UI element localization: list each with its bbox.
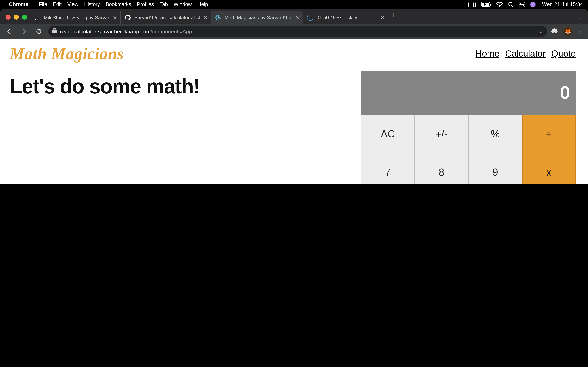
page-viewport: Math Magicians Home Calculator Quote Let…	[0, 39, 588, 184]
nav-calculator[interactable]: Calculator	[505, 48, 545, 59]
menu-help[interactable]: Help	[198, 2, 208, 7]
svg-point-4	[499, 6, 500, 7]
menu-window[interactable]: Window	[173, 2, 192, 7]
clockify-favicon-icon	[307, 15, 313, 21]
tab-close-icon[interactable]: ✕	[296, 15, 300, 20]
tab-title: Math Magicians by Sarvar Khal	[225, 15, 292, 20]
key-divide[interactable]: ÷	[522, 115, 576, 153]
tab-title: SarvarKh/react-calculator at st	[134, 15, 200, 20]
react-favicon-icon	[215, 15, 221, 21]
menu-bookmarks[interactable]: Bookmarks	[105, 2, 131, 7]
svg-rect-0	[468, 2, 473, 7]
browser-toolbar: react-calculator-sarvar.herokuapp.com/co…	[0, 24, 588, 39]
svg-rect-15	[52, 30, 57, 33]
window-close-button[interactable]	[6, 15, 11, 20]
battery-icon[interactable]	[480, 2, 491, 7]
nav-home[interactable]: Home	[476, 48, 499, 59]
calc-display: 0	[361, 71, 576, 115]
tab-math-magicians[interactable]: Math Magicians by Sarvar Khal ✕	[211, 11, 303, 24]
svg-point-8	[520, 3, 521, 4]
menubar-app-name[interactable]: Chrome	[9, 2, 28, 7]
page-nav: Home Calculator Quote	[476, 48, 576, 59]
tab-close-icon[interactable]: ✕	[113, 15, 117, 20]
key-9[interactable]: 9	[468, 153, 522, 184]
nav-quote[interactable]: Quote	[551, 48, 576, 59]
bookmark-star-icon[interactable]: ☆	[538, 28, 543, 34]
page-heading: Let's do some math!	[10, 75, 200, 98]
menu-profiles[interactable]: Profiles	[137, 2, 154, 7]
tab-title: 01:50:45 • Clockify	[316, 15, 357, 20]
window-minimize-button[interactable]	[14, 15, 19, 20]
window-zoom-button[interactable]	[22, 15, 27, 20]
key-ac[interactable]: AC	[361, 115, 415, 153]
spotlight-icon[interactable]	[508, 2, 513, 7]
key-8[interactable]: 8	[415, 153, 468, 184]
key-7[interactable]: 7	[361, 153, 415, 184]
facetime-icon[interactable]	[468, 2, 476, 7]
extensions-icon[interactable]	[551, 27, 558, 35]
menu-history[interactable]: History	[84, 2, 100, 7]
browser-tabstrip: MileStone 6: Styling by Sarvar ✕ SarvarK…	[0, 9, 588, 24]
github-favicon-icon	[125, 15, 131, 21]
nav-forward-button[interactable]	[19, 26, 29, 37]
new-tab-button[interactable]: +	[392, 11, 396, 19]
nav-reload-button[interactable]	[34, 26, 44, 37]
chrome-menu-icon[interactable]: ⋮	[578, 28, 584, 34]
macos-menubar: Chrome File Edit View History Bookmarks …	[0, 0, 588, 9]
url-path: /components/App	[151, 28, 192, 34]
tab-github[interactable]: SarvarKh/react-calculator at st ✕	[121, 11, 212, 24]
tab-clockify[interactable]: 01:50:45 • Clockify ✕	[303, 11, 388, 24]
menubar-clock[interactable]: Wed 21 Jul 15:34	[542, 2, 583, 7]
svg-point-10	[523, 5, 524, 6]
key-percent[interactable]: %	[468, 115, 522, 153]
user-avatar-icon[interactable]	[530, 2, 536, 7]
lock-icon	[52, 28, 57, 35]
url-host: react-calculator-sarvar.herokuapp.com	[60, 28, 151, 34]
svg-rect-2	[490, 3, 491, 6]
microverse-favicon-icon	[34, 15, 40, 21]
menu-edit[interactable]: Edit	[53, 2, 62, 7]
nav-back-button[interactable]	[4, 26, 15, 37]
menu-file[interactable]: File	[39, 2, 47, 7]
key-multiply[interactable]: x	[522, 153, 576, 184]
tab-close-icon[interactable]: ✕	[380, 15, 385, 20]
menu-tab[interactable]: Tab	[160, 2, 168, 7]
key-negate[interactable]: +/-	[415, 115, 468, 153]
control-center-icon[interactable]	[518, 2, 525, 7]
menu-view[interactable]: View	[67, 2, 78, 7]
tab-milestone[interactable]: MileStone 6: Styling by Sarvar ✕	[30, 11, 121, 24]
wifi-icon[interactable]	[496, 2, 503, 7]
url-bar[interactable]: react-calculator-sarvar.herokuapp.com/co…	[48, 26, 547, 37]
profile-avatar-icon[interactable]: 🦊	[563, 27, 572, 36]
brand-logo: Math Magicians	[10, 44, 124, 63]
tabs-overflow-button[interactable]: ⌄	[578, 14, 583, 20]
tab-close-icon[interactable]: ✕	[203, 15, 208, 20]
svg-line-6	[512, 6, 513, 7]
tab-title: MileStone 6: Styling by Sarvar	[44, 15, 109, 20]
calculator: 0 AC +/- % ÷ 7 8 9 x 4 5 6 - 1	[361, 71, 576, 184]
